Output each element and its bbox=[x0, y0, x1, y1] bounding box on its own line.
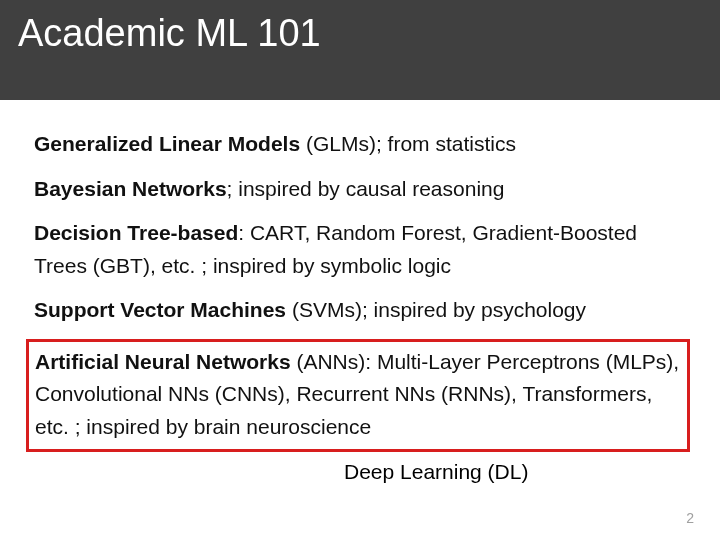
item-ann-bold: Artificial Neural Networks bbox=[35, 350, 291, 373]
item-svm-bold: Support Vector Machines bbox=[34, 298, 286, 321]
item-tree: Decision Tree-based: CART, Random Forest… bbox=[34, 217, 686, 282]
item-svm: Support Vector Machines (SVMs); inspired… bbox=[34, 294, 686, 327]
item-glm: Generalized Linear Models (GLMs); from s… bbox=[34, 128, 686, 161]
content-area: Generalized Linear Models (GLMs); from s… bbox=[0, 100, 720, 484]
item-glm-bold: Generalized Linear Models bbox=[34, 132, 300, 155]
item-bayes-rest: ; inspired by causal reasoning bbox=[227, 177, 505, 200]
item-tree-bold: Decision Tree-based bbox=[34, 221, 238, 244]
item-svm-rest: (SVMs); inspired by psychology bbox=[286, 298, 586, 321]
highlight-box-ann: Artificial Neural Networks (ANNs): Multi… bbox=[26, 339, 690, 453]
item-bayes-bold: Bayesian Networks bbox=[34, 177, 227, 200]
item-ann: Artificial Neural Networks (ANNs): Multi… bbox=[35, 346, 681, 444]
page-title: Academic ML 101 bbox=[18, 12, 720, 55]
title-bar: Academic ML 101 bbox=[0, 0, 720, 100]
item-bayes: Bayesian Networks; inspired by causal re… bbox=[34, 173, 686, 206]
item-glm-rest: (GLMs); from statistics bbox=[300, 132, 516, 155]
deep-learning-label: Deep Learning (DL) bbox=[34, 460, 686, 484]
page-number: 2 bbox=[686, 510, 694, 526]
slide: Academic ML 101 Generalized Linear Model… bbox=[0, 0, 720, 540]
